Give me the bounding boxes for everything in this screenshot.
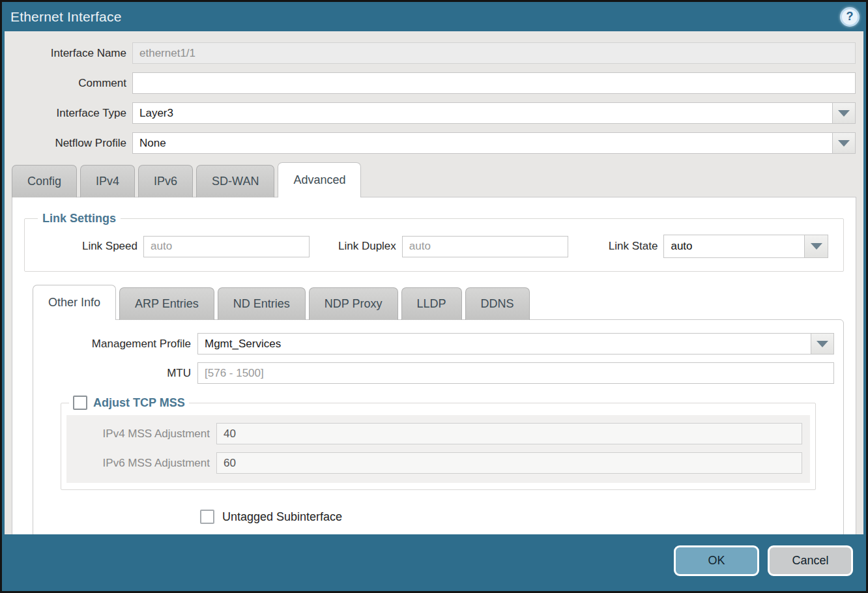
untagged-subinterface-checkbox[interactable] bbox=[200, 510, 214, 524]
ok-button[interactable]: OK bbox=[674, 545, 759, 576]
dialog-content: Interface Name Comment Interface Type Ne… bbox=[5, 31, 863, 534]
management-profile-field[interactable] bbox=[197, 333, 811, 354]
management-profile-row: Management Profile bbox=[41, 333, 834, 354]
link-speed-field[interactable] bbox=[143, 236, 310, 257]
link-duplex-field[interactable] bbox=[402, 236, 568, 257]
link-state-label: Link State bbox=[609, 240, 664, 253]
adjust-tcp-mss-label: Adjust TCP MSS bbox=[93, 396, 185, 410]
ipv4-mss-row: IPv4 MSS Adjustment bbox=[74, 423, 802, 444]
untagged-subinterface-row: Untagged Subinterface bbox=[200, 510, 834, 524]
netflow-profile-dropdown-button[interactable] bbox=[833, 132, 856, 154]
tab-sd-wan[interactable]: SD-WAN bbox=[196, 165, 274, 197]
ipv4-mss-label: IPv4 MSS Adjustment bbox=[74, 427, 216, 441]
tab-ipv6[interactable]: IPv6 bbox=[138, 165, 193, 197]
inner-tabstrip: Other Info ARP Entries ND Entries NDP Pr… bbox=[33, 285, 845, 320]
link-settings-row: Link Speed Link Duplex Link State auto bbox=[31, 235, 837, 258]
adjust-tcp-mss-legend: Adjust TCP MSS bbox=[69, 396, 189, 410]
link-state-dropdown-button[interactable] bbox=[804, 235, 828, 257]
help-icon[interactable]: ? bbox=[840, 7, 860, 27]
tab-ipv4[interactable]: IPv4 bbox=[80, 165, 135, 197]
ipv6-mss-field bbox=[216, 452, 802, 474]
cancel-button[interactable]: Cancel bbox=[768, 545, 853, 576]
interface-type-dropdown-button[interactable] bbox=[833, 102, 856, 124]
tab-nd-entries[interactable]: ND Entries bbox=[218, 287, 306, 320]
link-duplex-label: Link Duplex bbox=[338, 240, 402, 253]
tab-ndp-proxy[interactable]: NDP Proxy bbox=[309, 287, 398, 320]
comment-label: Comment bbox=[5, 77, 132, 90]
mtu-field[interactable] bbox=[197, 362, 834, 384]
comment-row: Comment bbox=[5, 72, 856, 94]
other-info-panel: Management Profile MTU bbox=[33, 319, 844, 534]
tab-lldp[interactable]: LLDP bbox=[401, 287, 462, 320]
chevron-down-icon bbox=[817, 341, 828, 347]
adjust-tcp-mss-checkbox[interactable] bbox=[73, 396, 87, 410]
netflow-profile-label: Netflow Profile bbox=[5, 137, 132, 150]
ipv6-mss-row: IPv6 MSS Adjustment bbox=[74, 452, 802, 474]
netflow-profile-field[interactable] bbox=[132, 132, 833, 154]
interface-name-field bbox=[132, 42, 856, 64]
interface-type-field[interactable] bbox=[132, 102, 833, 124]
tab-ddns[interactable]: DDNS bbox=[465, 287, 530, 320]
advanced-tab-panel: Link Settings Link Speed Link Duplex Lin… bbox=[12, 197, 856, 534]
link-settings-fieldset: Link Settings Link Speed Link Duplex Lin… bbox=[24, 212, 844, 272]
tab-other-info[interactable]: Other Info bbox=[33, 285, 116, 320]
interface-type-row: Interface Type bbox=[5, 102, 856, 124]
dialog-footer: OK Cancel bbox=[2, 534, 866, 591]
management-profile-label: Management Profile bbox=[41, 338, 197, 351]
interface-name-label: Interface Name bbox=[5, 47, 132, 60]
ethernet-interface-dialog: Ethernet Interface ? Interface Name Comm… bbox=[0, 0, 868, 593]
mtu-row: MTU bbox=[41, 362, 834, 384]
dialog-titlebar: Ethernet Interface ? bbox=[2, 2, 866, 31]
main-tabstrip: Config IPv4 IPv6 SD-WAN Advanced bbox=[12, 162, 863, 197]
mss-adjustment-box: IPv4 MSS Adjustment IPv6 MSS Adjustment bbox=[66, 415, 810, 483]
comment-field[interactable] bbox=[132, 72, 856, 94]
untagged-subinterface-label: Untagged Subinterface bbox=[222, 510, 342, 524]
link-state-value: auto bbox=[664, 235, 804, 257]
adjust-tcp-mss-fieldset: Adjust TCP MSS IPv4 MSS Adjustment IPv6 … bbox=[61, 396, 816, 490]
dialog-title: Ethernet Interface bbox=[10, 9, 840, 25]
tab-config[interactable]: Config bbox=[12, 165, 77, 197]
chevron-down-icon bbox=[838, 140, 850, 147]
management-profile-dropdown-button[interactable] bbox=[811, 333, 834, 354]
tab-advanced[interactable]: Advanced bbox=[278, 162, 361, 197]
mtu-label: MTU bbox=[41, 367, 197, 380]
tab-arp-entries[interactable]: ARP Entries bbox=[119, 287, 214, 320]
chevron-down-icon bbox=[811, 243, 822, 250]
link-state-select[interactable]: auto bbox=[663, 235, 828, 258]
netflow-profile-row: Netflow Profile bbox=[5, 132, 856, 154]
ipv6-mss-label: IPv6 MSS Adjustment bbox=[74, 457, 216, 470]
chevron-down-icon bbox=[838, 110, 850, 117]
link-speed-label: Link Speed bbox=[31, 240, 143, 253]
ipv4-mss-field bbox=[216, 423, 802, 444]
link-settings-legend: Link Settings bbox=[38, 212, 121, 225]
interface-name-row: Interface Name bbox=[5, 42, 856, 64]
interface-type-label: Interface Type bbox=[5, 107, 132, 120]
